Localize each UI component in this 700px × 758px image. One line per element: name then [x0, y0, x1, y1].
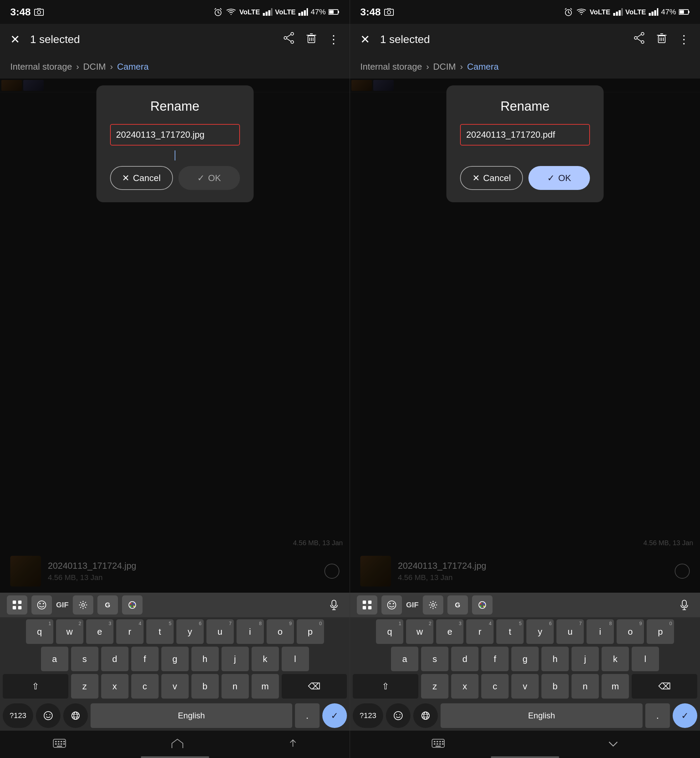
right-key-enter[interactable]: ✓ — [673, 703, 697, 728]
left-key-k[interactable]: k — [252, 647, 279, 671]
right-cancel-button[interactable]: ✕ Cancel — [460, 166, 523, 190]
right-breadcrumb-dcim[interactable]: DCIM — [433, 61, 456, 72]
left-key-d[interactable]: d — [101, 647, 128, 671]
right-key-w[interactable]: w2 — [406, 619, 433, 644]
left-key-n[interactable]: n — [222, 674, 249, 699]
right-kb-sticker-btn[interactable] — [381, 596, 402, 615]
right-key-z[interactable]: z — [421, 674, 448, 699]
left-kb-translate-btn[interactable]: G — [97, 596, 118, 615]
right-key-k[interactable]: k — [602, 647, 629, 671]
right-key-p[interactable]: p0 — [647, 619, 674, 644]
right-key-o[interactable]: o9 — [617, 619, 644, 644]
right-kb-translate-btn[interactable]: G — [447, 596, 468, 615]
left-key-i[interactable]: i8 — [236, 619, 264, 644]
left-key-v[interactable]: v — [161, 674, 189, 699]
left-key-shift[interactable]: ⇧ — [3, 674, 68, 699]
left-key-dot[interactable]: . — [295, 703, 320, 728]
left-nav-back-btn[interactable] — [289, 739, 297, 750]
right-key-space[interactable]: English — [441, 703, 642, 728]
right-key-d[interactable]: d — [451, 647, 478, 671]
left-key-a[interactable]: a — [41, 647, 68, 671]
left-cancel-button[interactable]: ✕ Cancel — [110, 166, 173, 190]
left-kb-gif-btn[interactable]: GIF — [56, 600, 69, 610]
left-key-space[interactable]: English — [91, 703, 292, 728]
left-key-w[interactable]: w2 — [56, 619, 83, 644]
right-delete-icon[interactable] — [656, 32, 668, 47]
left-key-r[interactable]: r4 — [116, 619, 144, 644]
right-share-icon[interactable] — [633, 32, 645, 47]
right-close-icon[interactable]: ✕ — [360, 33, 370, 46]
right-key-l[interactable]: l — [632, 647, 659, 671]
left-key-h[interactable]: h — [191, 647, 219, 671]
right-key-y[interactable]: y6 — [527, 619, 554, 644]
left-key-p[interactable]: p0 — [297, 619, 324, 644]
left-kb-mic-btn[interactable] — [325, 596, 343, 614]
right-key-u[interactable]: u7 — [556, 619, 584, 644]
right-key-c[interactable]: c — [481, 674, 509, 699]
right-kb-palette-btn[interactable] — [472, 596, 492, 615]
right-key-h[interactable]: h — [541, 647, 569, 671]
right-key-j[interactable]: j — [572, 647, 599, 671]
right-key-i[interactable]: i8 — [586, 619, 614, 644]
left-ok-button[interactable]: ✓ OK — [178, 166, 240, 190]
left-breadcrumb-camera[interactable]: Camera — [117, 61, 148, 72]
right-key-emoji[interactable] — [386, 703, 411, 728]
left-key-c[interactable]: c — [131, 674, 159, 699]
right-key-shift[interactable]: ⇧ — [353, 674, 418, 699]
right-key-backspace[interactable]: ⌫ — [632, 674, 697, 699]
left-key-b[interactable]: b — [191, 674, 219, 699]
left-key-x[interactable]: x — [101, 674, 128, 699]
left-close-icon[interactable]: ✕ — [10, 33, 20, 46]
right-key-g[interactable]: g — [511, 647, 539, 671]
left-key-e[interactable]: e3 — [86, 619, 114, 644]
right-key-x[interactable]: x — [451, 674, 478, 699]
right-key-b[interactable]: b — [541, 674, 569, 699]
left-kb-sticker-btn[interactable] — [31, 596, 52, 615]
left-key-special[interactable]: ?123 — [3, 703, 33, 728]
right-key-globe[interactable] — [413, 703, 438, 728]
left-key-f[interactable]: f — [131, 647, 159, 671]
right-key-m[interactable]: m — [602, 674, 629, 699]
left-key-s[interactable]: s — [71, 647, 98, 671]
right-breadcrumb-camera[interactable]: Camera — [467, 61, 498, 72]
left-more-icon[interactable]: ⋮ — [328, 33, 339, 46]
left-nav-home-btn[interactable] — [171, 739, 184, 750]
right-key-s[interactable]: s — [421, 647, 448, 671]
left-key-g[interactable]: g — [161, 647, 189, 671]
right-kb-gif-btn[interactable]: GIF — [406, 600, 419, 610]
left-key-q[interactable]: q1 — [26, 619, 53, 644]
right-key-v[interactable]: v — [511, 674, 539, 699]
left-share-icon[interactable] — [283, 32, 295, 47]
left-breadcrumb-dcim[interactable]: DCIM — [83, 61, 106, 72]
left-kb-settings-btn[interactable] — [73, 596, 93, 615]
left-nav-keyboard-btn[interactable] — [53, 739, 66, 750]
right-key-a[interactable]: a — [391, 647, 418, 671]
right-kb-mic-btn[interactable] — [675, 596, 693, 614]
left-key-u[interactable]: u7 — [206, 619, 234, 644]
right-key-n[interactable]: n — [572, 674, 599, 699]
right-kb-settings-btn[interactable] — [423, 596, 443, 615]
right-key-r[interactable]: r4 — [466, 619, 494, 644]
right-ok-button[interactable]: ✓ OK — [528, 166, 590, 190]
right-kb-grid-btn[interactable] — [357, 596, 377, 615]
right-rename-input[interactable] — [460, 124, 590, 145]
left-key-o[interactable]: o9 — [267, 619, 294, 644]
left-key-emoji[interactable] — [36, 703, 61, 728]
left-key-m[interactable]: m — [252, 674, 279, 699]
right-key-special[interactable]: ?123 — [353, 703, 383, 728]
right-key-e[interactable]: e3 — [436, 619, 464, 644]
left-rename-input[interactable] — [110, 124, 240, 145]
left-key-z[interactable]: z — [71, 674, 98, 699]
left-kb-grid-btn[interactable] — [7, 596, 27, 615]
left-kb-palette-btn[interactable] — [122, 596, 142, 615]
right-breadcrumb-storage[interactable]: Internal storage — [360, 61, 422, 72]
right-nav-down-btn[interactable] — [608, 739, 619, 750]
left-key-t[interactable]: t5 — [146, 619, 173, 644]
right-key-dot[interactable]: . — [645, 703, 670, 728]
right-key-f[interactable]: f — [481, 647, 509, 671]
right-key-q[interactable]: q1 — [376, 619, 403, 644]
left-key-j[interactable]: j — [222, 647, 249, 671]
left-delete-icon[interactable] — [305, 32, 317, 47]
left-key-globe[interactable] — [63, 703, 88, 728]
left-key-y[interactable]: y6 — [177, 619, 204, 644]
